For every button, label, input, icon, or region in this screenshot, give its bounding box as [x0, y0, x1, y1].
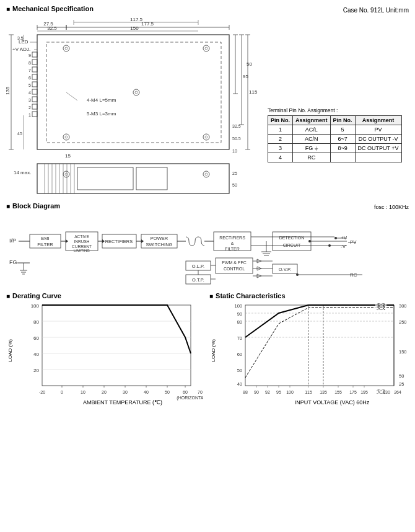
- svg-text:40: 40: [144, 390, 149, 394]
- svg-rect-137: [273, 232, 311, 250]
- static-section: Static Characteristics LOAD (%) 100 90 8…: [209, 292, 415, 425]
- svg-marker-125: [102, 239, 105, 243]
- svg-text:50: 50: [237, 368, 242, 373]
- svg-text:300: 300: [399, 303, 407, 309]
- svg-text:60: 60: [183, 390, 188, 394]
- svg-text:100: 100: [234, 303, 242, 309]
- svg-text:177.5: 177.5: [141, 21, 154, 27]
- svg-text:115: 115: [305, 390, 312, 394]
- col-assign1: Assignment: [293, 116, 331, 125]
- bottom-sections: Derating Curve LOAD (%) 100 80 60 40: [6, 292, 409, 425]
- svg-text:3: 3: [28, 98, 31, 102]
- svg-point-56: [133, 89, 139, 95]
- svg-text:40: 40: [33, 352, 39, 357]
- svg-text:(HORIZONTAL): (HORIZONTAL): [177, 396, 203, 401]
- svg-text:&: &: [231, 241, 234, 246]
- derating-title: Derating Curve: [6, 292, 203, 299]
- svg-rect-28: [32, 74, 37, 79]
- svg-text:155: 155: [334, 390, 342, 394]
- svg-text:50: 50: [399, 373, 404, 379]
- svg-text:60: 60: [33, 335, 39, 341]
- svg-point-49: [65, 47, 68, 50]
- svg-rect-87: [77, 167, 133, 190]
- svg-text:70: 70: [198, 390, 203, 394]
- svg-line-59: [66, 92, 77, 100]
- svg-marker-121: [66, 239, 68, 243]
- svg-text:264: 264: [394, 390, 401, 394]
- svg-text:ℛℛ: ℛℛ: [377, 305, 385, 311]
- svg-text:230: 230: [383, 390, 390, 394]
- svg-text:O.V.P.: O.V.P.: [279, 267, 291, 272]
- svg-text:8: 8: [28, 61, 31, 65]
- page: Mechanical Specification Case No. 912L U…: [0, 0, 415, 532]
- svg-text:POWER: POWER: [151, 236, 168, 241]
- terminal-table: Pin No. Assignment Pin No. Assignment 1 …: [268, 115, 402, 162]
- svg-text:7: 7: [28, 68, 31, 73]
- svg-text:6: 6: [28, 76, 31, 80]
- svg-text:10: 10: [232, 149, 237, 153]
- svg-rect-26: [32, 67, 37, 72]
- svg-point-151: [308, 240, 311, 242]
- svg-text:20: 20: [102, 390, 107, 394]
- svg-rect-32: [32, 89, 37, 94]
- svg-marker-130: [141, 239, 144, 243]
- fosc-label: fosc : 100KHz: [374, 204, 409, 210]
- mech-diagram-svg: 27.5 177.5 32.5 150 117.5 LED +V ADJ.: [6, 16, 409, 196]
- svg-rect-204: [245, 305, 394, 386]
- svg-rect-22: [32, 52, 37, 57]
- svg-text:90: 90: [254, 390, 259, 394]
- svg-text:15: 15: [65, 153, 71, 159]
- static-y-label: LOAD (%): [211, 339, 216, 361]
- svg-text:CIRCUIT: CIRCUIT: [283, 243, 301, 247]
- svg-text:PV: PV: [350, 239, 357, 245]
- table-row: 1 AC/L 5 PV: [268, 125, 402, 135]
- svg-rect-34: [32, 97, 37, 102]
- svg-text:40: 40: [237, 381, 242, 387]
- svg-point-51: [205, 47, 208, 50]
- svg-text:FILTER: FILTER: [225, 247, 240, 251]
- svg-rect-30: [32, 82, 37, 87]
- svg-rect-1: [46, 42, 221, 143]
- svg-text:215: 215: [126, 195, 134, 196]
- svg-text:95: 95: [276, 390, 281, 394]
- svg-text:100: 100: [31, 303, 40, 309]
- svg-point-55: [205, 136, 208, 138]
- svg-text:100: 100: [286, 390, 294, 394]
- svg-text:150: 150: [399, 349, 407, 355]
- svg-text:25: 25: [399, 381, 404, 387]
- static-chart: LOAD (%) 100 90 80 70 60 50 40: [209, 302, 415, 425]
- svg-text:60: 60: [237, 352, 242, 357]
- svg-text:25: 25: [232, 171, 237, 175]
- terminal-table-container: Terminal Pin No. Assignment : Pin No. As…: [268, 107, 404, 162]
- derating-y-label: LOAD (%): [7, 339, 13, 361]
- svg-text:32.5: 32.5: [232, 124, 241, 128]
- svg-text:30: 30: [123, 390, 128, 394]
- svg-text:FILTER: FILTER: [37, 242, 53, 247]
- svg-text:32.5: 32.5: [47, 25, 57, 31]
- svg-text:45: 45: [17, 131, 22, 136]
- mech-title: Mechanical Specification: [6, 5, 94, 12]
- svg-text:135: 135: [6, 86, 11, 95]
- svg-text:4-M4 L=5mm: 4-M4 L=5mm: [87, 97, 116, 103]
- svg-text:10: 10: [81, 390, 85, 394]
- svg-text:+V ADJ.: +V ADJ.: [12, 47, 30, 52]
- svg-point-147: [328, 244, 331, 247]
- derating-chart: LOAD (%) 100 80 60 40 20 -20: [6, 302, 203, 425]
- svg-point-48: [63, 45, 69, 51]
- svg-text:80: 80: [33, 319, 39, 325]
- terminal-table-title: Terminal Pin No. Assignment :: [268, 107, 404, 113]
- svg-text:117.5: 117.5: [130, 17, 143, 22]
- svg-text:FG: FG: [9, 259, 17, 265]
- mech-header: Mechanical Specification Case No. 912L U…: [6, 5, 409, 15]
- svg-text:0: 0: [61, 390, 63, 394]
- svg-text:88: 88: [243, 390, 248, 394]
- svg-point-53: [65, 136, 68, 138]
- svg-text:INRUSH: INRUSH: [74, 239, 90, 244]
- svg-text:90: 90: [237, 311, 242, 317]
- svg-text:92: 92: [265, 390, 270, 394]
- svg-text:RECTIFIERS: RECTIFIERS: [105, 239, 133, 244]
- table-row: 3 FG ⏚ 8~9 DC OUTPUT +V: [268, 144, 402, 153]
- svg-text:3.5: 3.5: [17, 36, 24, 40]
- block-title: Block Diagram: [6, 202, 60, 210]
- svg-text:4: 4: [28, 91, 31, 95]
